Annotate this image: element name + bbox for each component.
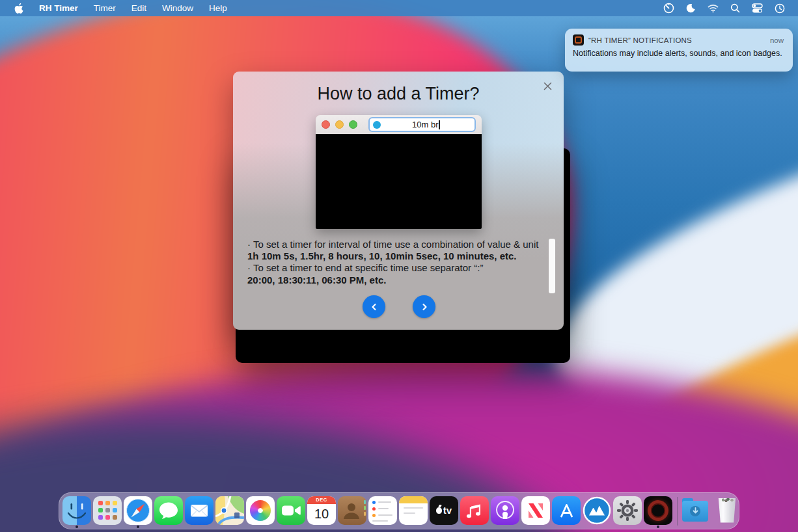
traffic-light-zoom-icon bbox=[349, 120, 357, 129]
notification-title: “RH TIMER” NOTIFICATIONS bbox=[588, 36, 692, 44]
notification-time: now bbox=[770, 36, 784, 44]
photos-icon bbox=[246, 496, 275, 525]
mail-icon bbox=[185, 496, 213, 525]
menu-bar: RH Timer Timer Edit Window Help bbox=[0, 0, 798, 16]
traffic-light-close-icon bbox=[322, 120, 330, 129]
apple-tv-icon: tv bbox=[430, 496, 458, 525]
calendar-month: DEC bbox=[307, 496, 336, 504]
notification-banner[interactable]: “RH TIMER” NOTIFICATIONS now Notificatio… bbox=[565, 29, 793, 72]
menu-timer[interactable]: Timer bbox=[94, 3, 116, 13]
dock: DEC 10 tv bbox=[59, 492, 739, 529]
dock-item-news[interactable] bbox=[521, 496, 550, 527]
search-icon[interactable] bbox=[730, 3, 741, 14]
messages-icon bbox=[154, 496, 183, 525]
chevron-left-icon bbox=[370, 303, 378, 311]
text-caret bbox=[439, 120, 440, 129]
dock-item-downloads[interactable] bbox=[682, 496, 711, 527]
previous-page-button[interactable] bbox=[363, 295, 385, 318]
downloads-folder-icon bbox=[682, 496, 711, 525]
menu-edit[interactable]: Edit bbox=[131, 3, 146, 13]
instructions-text: · To set a timer for interval of time us… bbox=[247, 239, 548, 286]
reminders-icon bbox=[368, 496, 397, 525]
apple-logo-icon bbox=[436, 507, 442, 514]
mini-window-content bbox=[316, 134, 482, 229]
dock-item-trash[interactable] bbox=[713, 496, 741, 527]
onboarding-dialog: How to add a Timer? 10m br · To set a ti… bbox=[233, 72, 564, 330]
dock-item-rh-timer[interactable] bbox=[644, 496, 672, 527]
menu-window[interactable]: Window bbox=[162, 3, 193, 13]
rh-timer-status-icon[interactable] bbox=[663, 3, 674, 14]
timer-input-field[interactable]: 10m br bbox=[368, 117, 476, 132]
instruction-line-3: · To set a timer to end at specific time… bbox=[247, 262, 548, 274]
app-store-icon bbox=[552, 496, 581, 525]
dock-item-notes[interactable] bbox=[399, 496, 428, 527]
download-arrow-icon bbox=[693, 507, 698, 514]
dock-item-calendar[interactable]: DEC 10 bbox=[307, 496, 336, 527]
dock-item-podcasts[interactable] bbox=[491, 496, 519, 527]
clock-icon[interactable] bbox=[774, 3, 785, 14]
dock-item-reminders[interactable] bbox=[368, 496, 397, 527]
system-preferences-icon bbox=[613, 496, 642, 525]
instruction-line-1: · To set a timer for interval of time us… bbox=[247, 239, 548, 250]
dock-item-launchpad[interactable] bbox=[93, 496, 122, 527]
menu-app-name[interactable]: RH Timer bbox=[39, 3, 78, 13]
traffic-light-minimize-icon bbox=[335, 120, 344, 129]
instruction-line-4: 20:00, 18:30:11, 06:30 PM, etc. bbox=[247, 274, 548, 286]
timer-input-value: 10m br bbox=[381, 120, 471, 130]
trash-icon bbox=[713, 496, 741, 525]
dialog-scrollbar[interactable] bbox=[549, 239, 555, 293]
dock-item-maps[interactable] bbox=[215, 496, 244, 527]
calendar-icon: DEC 10 bbox=[307, 496, 336, 525]
rh-timer-dock-icon bbox=[644, 496, 672, 525]
news-icon bbox=[521, 496, 550, 525]
dock-item-messages[interactable] bbox=[154, 496, 183, 527]
control-center-icon[interactable] bbox=[752, 3, 763, 14]
dock-item-photos[interactable] bbox=[246, 496, 275, 527]
dock-item-music[interactable] bbox=[460, 496, 489, 527]
next-page-button[interactable] bbox=[413, 295, 435, 318]
podcasts-icon bbox=[491, 496, 519, 525]
dock-item-tv[interactable]: tv bbox=[430, 496, 458, 527]
dock-separator bbox=[677, 497, 678, 525]
dock-item-facetime[interactable] bbox=[277, 496, 305, 527]
apple-menu-icon[interactable] bbox=[14, 3, 23, 14]
dock-item-system-preferences[interactable] bbox=[613, 496, 642, 527]
facetime-icon bbox=[277, 496, 305, 525]
running-indicator bbox=[657, 525, 659, 528]
running-indicator bbox=[76, 525, 78, 528]
launchpad-icon bbox=[93, 496, 122, 525]
dock-item-finder[interactable] bbox=[62, 496, 91, 527]
timer-status-dot-icon bbox=[373, 121, 381, 129]
notification-body: Notifications may include alerts, sounds… bbox=[573, 48, 784, 59]
close-icon[interactable] bbox=[542, 80, 553, 92]
instruction-line-2: 1h 10m 5s, 1.5hr, 8 hours, 10, 10min 5se… bbox=[247, 250, 548, 262]
dock-item-safari[interactable] bbox=[124, 496, 152, 527]
maps-icon bbox=[215, 496, 244, 525]
dialog-title: How to add a Timer? bbox=[233, 84, 564, 104]
music-icon bbox=[460, 496, 489, 525]
wifi-icon[interactable] bbox=[708, 3, 719, 14]
contacts-icon bbox=[338, 496, 366, 525]
running-indicator bbox=[137, 525, 139, 528]
finder-icon bbox=[62, 496, 91, 525]
safari-icon bbox=[124, 496, 152, 525]
dock-item-app-store[interactable] bbox=[552, 496, 581, 527]
notes-icon bbox=[399, 496, 428, 525]
calendar-day: 10 bbox=[307, 504, 336, 525]
chevron-right-icon bbox=[420, 303, 428, 311]
mini-window-illustration: 10m br bbox=[316, 115, 482, 229]
tv-label: tv bbox=[443, 505, 452, 516]
mini-window-titlebar: 10m br bbox=[316, 115, 482, 134]
menu-help[interactable]: Help bbox=[209, 3, 227, 13]
dock-item-mail[interactable] bbox=[185, 496, 213, 527]
dock-item-mountain-app[interactable] bbox=[583, 496, 611, 527]
rh-timer-app-icon bbox=[573, 34, 584, 46]
mountain-app-icon bbox=[583, 496, 611, 525]
dock-item-contacts[interactable] bbox=[338, 496, 366, 527]
do-not-disturb-moon-icon[interactable] bbox=[685, 3, 696, 14]
